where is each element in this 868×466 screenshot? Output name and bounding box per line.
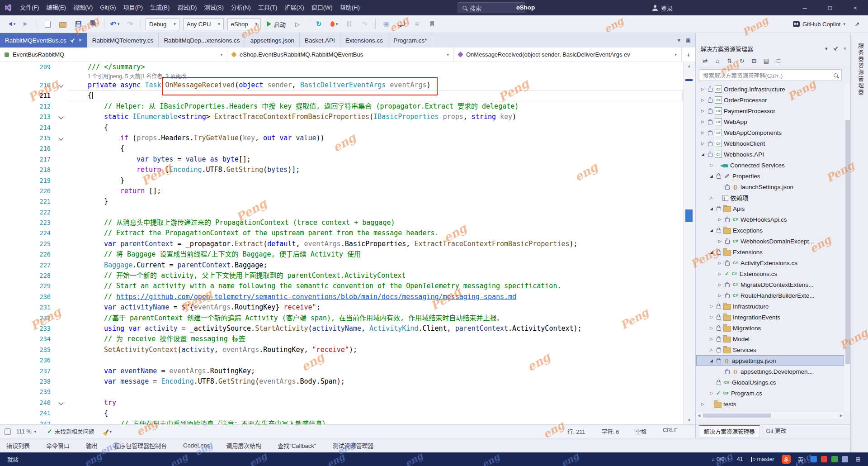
tray-icon[interactable]: [821, 456, 827, 462]
expand-icon[interactable]: ▷: [700, 402, 706, 406]
tree-item[interactable]: ◢Extensions: [696, 247, 844, 257]
github-copilot-button[interactable]: GitHub Copilot▾: [789, 21, 849, 28]
home-button[interactable]: ⌂: [712, 56, 723, 67]
panel-tab[interactable]: 命令窗口: [46, 441, 70, 450]
tree-item[interactable]: ▷C#WebhookClient: [696, 138, 844, 149]
panel-tab[interactable]: 错误列表: [6, 441, 30, 450]
new-file-button[interactable]: [40, 18, 55, 30]
window-layout-icon[interactable]: ▣: [686, 37, 691, 43]
chevron-down-icon[interactable]: ▾: [825, 46, 828, 52]
fold-collapse-icon[interactable]: [58, 135, 63, 140]
background-tasks-icon[interactable]: [5, 428, 11, 435]
panel-tab[interactable]: 测试资源管理器: [332, 441, 373, 450]
undo-button[interactable]: ↶▾: [108, 18, 122, 30]
expand-icon[interactable]: ▷: [717, 239, 723, 243]
tree-item[interactable]: ▷Services: [696, 344, 844, 355]
document-tab[interactable]: appsettings.json: [245, 33, 300, 48]
document-list-dropdown-icon[interactable]: ▾: [678, 37, 680, 43]
minimize-button[interactable]: ─: [792, 0, 817, 15]
expand-icon[interactable]: ◢: [708, 250, 714, 254]
code-text[interactable]: {: [68, 143, 683, 154]
sogou-ime-icon[interactable]: S: [782, 455, 791, 464]
tree-item[interactable]: C#GlobalUsings.cs: [696, 377, 844, 388]
tree-item[interactable]: ◢Apis: [696, 203, 844, 214]
tool-window-tab[interactable]: Git 更改: [762, 425, 791, 438]
tree-horizontal-scrollbar[interactable]: ◀ ▶: [696, 412, 844, 419]
expand-icon[interactable]: ▷: [708, 163, 714, 167]
spaces-indicator[interactable]: 空格: [635, 427, 646, 436]
document-health-indicator[interactable]: ✓ 未找到相关问题: [47, 427, 94, 436]
code-text[interactable]: try: [68, 398, 683, 408]
code-text[interactable]: // Helper: 从 IBasicProperties.Headers 中按…: [68, 101, 683, 112]
tree-item[interactable]: ▷✓C#Extensions.cs: [696, 268, 844, 279]
code-text[interactable]: [68, 355, 683, 366]
code-text[interactable]: var bytes = value as byte[];: [68, 154, 683, 165]
code-text[interactable]: // Start an activity with a name followi…: [68, 281, 683, 291]
menu-item[interactable]: 编辑(E): [43, 0, 70, 15]
code-text[interactable]: SetActivityContext(activity, eventArgs.R…: [68, 345, 683, 355]
code-text[interactable]: var eventName = eventArgs.RoutingKey;: [68, 366, 683, 376]
expand-icon[interactable]: ▷: [700, 119, 706, 124]
close-icon[interactable]: ×: [79, 37, 82, 43]
document-tab[interactable]: Basket.API: [300, 33, 340, 48]
panel-tab[interactable]: 调用层次结构: [226, 441, 261, 450]
expand-icon[interactable]: ▷: [700, 130, 706, 135]
tree-item[interactable]: ▷tests: [696, 399, 844, 409]
zoom-dropdown[interactable]: 111 % ▾: [16, 428, 36, 435]
start-debugging-button[interactable]: 启动: [263, 18, 289, 30]
tree-item[interactable]: {}appsettings.Developmen...: [696, 366, 844, 377]
expand-icon[interactable]: ▷: [700, 141, 706, 146]
project-dropdown[interactable]: EventBusRabbitMQ ▾: [0, 48, 227, 62]
grid-icon[interactable]: ⊞: [855, 456, 861, 463]
code-text[interactable]: using var activity = _activitySource.Sta…: [68, 323, 683, 334]
fold-margin[interactable]: [55, 398, 68, 408]
pin-icon[interactable]: [69, 37, 76, 43]
tree-item[interactable]: ▷Infrastructure: [696, 301, 844, 312]
navbar-add-button[interactable]: +: [682, 48, 695, 62]
menu-item[interactable]: 窗口(W): [308, 0, 336, 15]
tree-item[interactable]: ▷✓C#Program.cs: [696, 388, 844, 399]
expand-icon[interactable]: ◢: [700, 152, 706, 157]
menu-item[interactable]: 扩展(X): [281, 0, 307, 15]
code-text[interactable]: [68, 207, 683, 218]
menu-item[interactable]: 帮助(H): [336, 0, 363, 15]
tree-item[interactable]: ▷C#MigrateDbContextExtens...: [696, 279, 844, 290]
scrollbar-thumb[interactable]: [703, 414, 771, 418]
tray-icon[interactable]: [831, 456, 838, 462]
find-in-files-button[interactable]: ⊞: [379, 18, 393, 30]
server-explorer-vertical-tab[interactable]: 服务器资源管理器: [856, 43, 865, 95]
panel-tab[interactable]: 输出: [86, 441, 98, 450]
tree-item[interactable]: ▷C#RouteHandlerBuilderExte...: [696, 290, 844, 301]
menu-item[interactable]: 测试(S): [200, 0, 227, 15]
scrollbar-thumb[interactable]: [845, 120, 850, 364]
sync-with-active-document-button[interactable]: ⇄: [700, 56, 711, 67]
redo-button[interactable]: ↷: [123, 18, 137, 30]
fold-margin[interactable]: [55, 80, 68, 90]
close-icon[interactable]: ×: [844, 46, 846, 51]
code-text[interactable]: if (props.Headers.TryGetValue(key, out v…: [68, 133, 683, 143]
ime-language-indicator[interactable]: 英: [798, 455, 804, 464]
expand-icon[interactable]: ▷: [700, 98, 706, 102]
code-cleanup-button[interactable]: ▾: [106, 429, 112, 434]
save-button[interactable]: [71, 18, 85, 30]
menu-item[interactable]: 文件(F): [16, 0, 43, 15]
tree-item[interactable]: ▷C#PaymentProcessor: [696, 105, 844, 116]
tree-item[interactable]: ▷C#Ordering.Infrastructure: [696, 84, 844, 95]
expand-icon[interactable]: ▷: [708, 337, 714, 341]
member-dropdown[interactable]: OnMessageReceived(object sender, BasicDe…: [454, 48, 682, 62]
code-text[interactable]: }: [68, 196, 683, 207]
expand-icon[interactable]: ◢: [708, 206, 714, 211]
code-text[interactable]: var activityName = $"{eventArgs.RoutingK…: [68, 302, 683, 313]
tree-item[interactable]: ◢Exceptions: [696, 225, 844, 236]
document-tab[interactable]: Extensions.cs: [340, 33, 388, 48]
hot-reload-button[interactable]: ▾: [327, 18, 341, 30]
code-text[interactable]: {: [68, 123, 683, 133]
scroll-right-icon[interactable]: ▶: [840, 414, 843, 418]
code-text[interactable]: // Extract the PropagationContext of the…: [68, 228, 683, 238]
refresh-button[interactable]: ↻: [736, 56, 747, 67]
tree-item[interactable]: ▷Connected Services: [696, 160, 844, 171]
expand-icon[interactable]: ▷: [717, 217, 723, 222]
navigate-forward-button[interactable]: [19, 18, 33, 30]
expand-icon[interactable]: ▷: [708, 304, 714, 309]
tray-icon[interactable]: [842, 456, 848, 462]
